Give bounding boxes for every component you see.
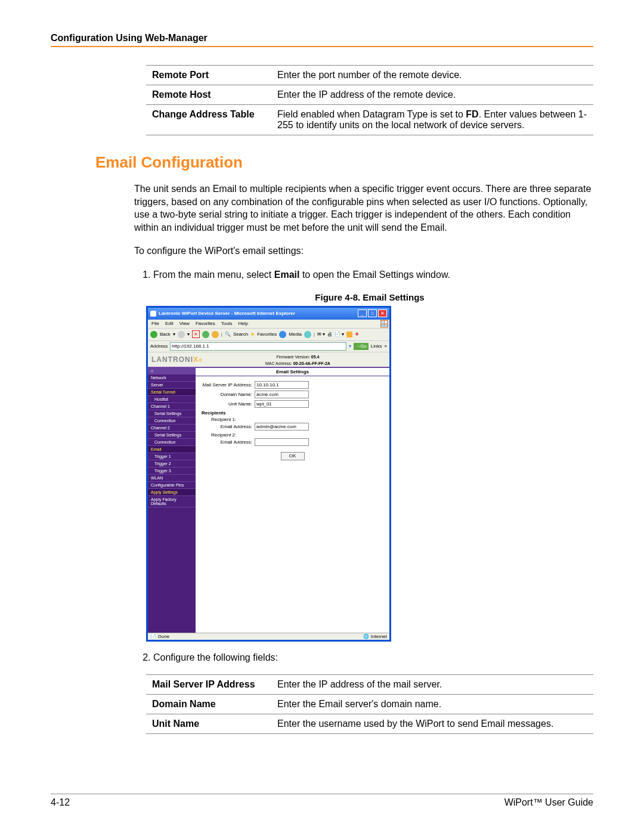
back-icon[interactable] (150, 331, 157, 338)
favorites-icon[interactable]: ★ (250, 332, 255, 337)
steps-list: From the main menu, select Email to open… (134, 268, 593, 281)
sidebar-item[interactable]: Server (148, 382, 196, 389)
maximize-icon[interactable]: □ (368, 309, 377, 317)
sidebar-item[interactable]: Channel 1 (148, 403, 196, 410)
print-icon[interactable]: 🖨 (327, 332, 332, 337)
content-banner: Email Settings (196, 367, 389, 376)
email-form: Mail Server IP Address: Domain Name: Uni… (196, 376, 389, 633)
address-bar: Address ▾ → Go Links» (148, 341, 389, 352)
table-row: Mail Server IP AddressEnter the IP addre… (146, 675, 593, 695)
mail-icon[interactable]: ✉ ▾ (317, 332, 325, 337)
top-ref-table: Remote PortEnter the port number of the … (146, 65, 593, 135)
figure-caption: Figure 4-8. Email Settings (146, 292, 593, 302)
search-icon[interactable]: 🔍 (225, 332, 231, 337)
list-item: From the main menu, select Email to open… (153, 268, 593, 281)
sidebar-item[interactable]: Configurable Pins (148, 482, 196, 489)
titlebar: Lantronix WiPort Device Server - Microso… (148, 308, 389, 320)
done-icon: 📄 (150, 634, 156, 639)
header-rule (51, 46, 593, 47)
table-row: Change Address TableField enabled when D… (146, 105, 593, 135)
refresh-icon[interactable] (202, 331, 209, 338)
sidebar-item[interactable]: Hostlist (148, 396, 196, 403)
misc-icon[interactable]: ❖ (355, 332, 359, 337)
sidebar-item[interactable]: Email (148, 446, 196, 453)
sidebar-item[interactable]: Serial Settings (148, 432, 196, 439)
edit-icon[interactable]: 📄 ▾ (335, 332, 344, 337)
table-row: Domain NameEnter the Email server's doma… (146, 695, 593, 714)
table-row: Remote PortEnter the port number of the … (146, 66, 593, 85)
sidebar-item[interactable]: Connection (148, 417, 196, 425)
sidebar-item[interactable]: Channel 2 (148, 425, 196, 432)
body-paragraph: The unit sends an Email to multiple reci… (134, 182, 593, 234)
address-input[interactable] (170, 342, 346, 351)
sidebar-item[interactable]: WLAN (148, 475, 196, 482)
internet-icon: 🌐 (363, 634, 369, 639)
folder-icon[interactable] (346, 332, 352, 337)
body-paragraph: To configure the WiPort's email settings… (134, 244, 593, 258)
minimize-icon[interactable]: _ (358, 309, 367, 317)
screenshot-window: Lantronix WiPort Device Server - Microso… (146, 306, 391, 642)
steps-list: Configure the following fields: (134, 651, 593, 664)
app-icon (150, 311, 156, 317)
close-icon[interactable]: ✕ (378, 309, 387, 317)
go-button[interactable]: → Go (354, 343, 369, 350)
sidebar-item[interactable]: Network (148, 374, 196, 382)
recipient1-email[interactable] (255, 423, 309, 431)
sidebar-item[interactable]: Trigger 2 (148, 460, 196, 467)
unit-input[interactable] (255, 400, 309, 408)
sidebar: ⌂ Network Server Serial Tunnel Hostlist … (148, 367, 196, 633)
mail-ip-input[interactable] (255, 381, 309, 389)
guide-title: WiPort™ User Guide (504, 797, 593, 808)
running-header: Configuration Using Web-Manager (51, 33, 593, 44)
mac-meta: MAC Address: 00-20-4A-FF-FF-2A (206, 359, 389, 366)
media-icon[interactable] (279, 331, 286, 338)
sidebar-item[interactable]: Apply Factory Defaults (148, 496, 196, 507)
stop-icon[interactable]: ✕ (192, 330, 200, 338)
sidebar-item[interactable]: Trigger 3 (148, 467, 196, 475)
domain-input[interactable] (255, 391, 309, 398)
sidebar-item[interactable]: Serial Tunnel (148, 389, 196, 396)
sidebar-item[interactable]: Trigger 1 (148, 453, 196, 460)
brand-logo: LANTRONIX® (148, 352, 206, 367)
menubar[interactable]: FileEditViewFavoritesToolsHelp (148, 320, 379, 328)
table-row: Unit NameEnter the username used by the … (146, 714, 593, 734)
ok-button[interactable]: OK (281, 452, 305, 460)
page-number: 4-12 (51, 797, 70, 808)
sidebar-item[interactable]: ⌂ (148, 367, 196, 374)
forward-icon[interactable] (178, 331, 185, 338)
status-bar: 📄 Done 🌐Internet (148, 633, 389, 640)
list-item: Configure the following fields: (153, 651, 593, 664)
sidebar-item[interactable]: Connection (148, 439, 196, 446)
bottom-ref-table: Mail Server IP AddressEnter the IP addre… (146, 674, 593, 734)
history-icon[interactable] (304, 331, 311, 338)
toolbar[interactable]: Back▾ ▾ ✕ | 🔍Search ★Favorites Media | ✉… (148, 328, 389, 341)
firmware-meta: Firmware Version: 05.4 (206, 352, 389, 359)
sidebar-item[interactable]: Serial Settings (148, 410, 196, 417)
sidebar-item[interactable]: Apply Settings (148, 489, 196, 496)
home-icon[interactable] (212, 331, 219, 338)
windows-flag-icon: 🪟 (380, 320, 389, 328)
table-row: Remote HostEnter the IP address of the r… (146, 85, 593, 105)
page-footer: 4-12 WiPort™ User Guide (51, 794, 593, 808)
section-heading: Email Configuration (95, 153, 593, 172)
window-title: Lantronix WiPort Device Server - Microso… (159, 311, 357, 316)
recipient2-email[interactable] (255, 438, 309, 446)
